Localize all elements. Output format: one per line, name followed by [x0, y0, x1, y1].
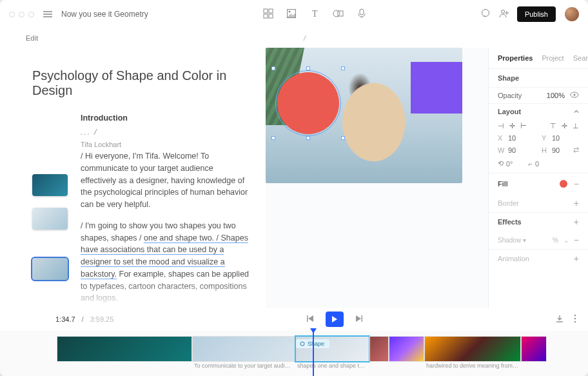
remove-shadow-icon[interactable]: − [574, 235, 579, 245]
clip-thumb-presenter-2-selected[interactable] [32, 258, 68, 280]
animation-row: Animation + [489, 249, 588, 268]
tab-properties[interactable]: Properties [498, 54, 533, 62]
w-field[interactable]: 90 [508, 146, 516, 154]
share-person-icon[interactable] [499, 9, 508, 20]
timeline-clip-7[interactable] [521, 336, 547, 362]
align-right-icon[interactable]: ⊢ [520, 122, 527, 130]
align-top-icon[interactable]: ⊤ [550, 122, 556, 130]
clip-thumb-pool[interactable] [32, 174, 68, 196]
hamburger-menu-icon[interactable] [43, 11, 52, 17]
timeline-clip-6[interactable]: hardwired to derive meaning from shapes,… [424, 336, 521, 362]
svg-point-25 [300, 342, 304, 346]
prev-marker-icon[interactable] [306, 315, 314, 324]
next-marker-icon[interactable] [355, 315, 363, 324]
page-title: Psychology of Shape and Color in Design [32, 68, 250, 98]
image-icon[interactable] [287, 9, 296, 20]
shape-icon[interactable] [333, 9, 344, 20]
transport-controls [306, 312, 363, 327]
align-bottom-icon[interactable]: ⊥ [573, 122, 579, 130]
rotation-field[interactable]: 0° [506, 160, 513, 168]
svg-rect-19 [307, 315, 308, 322]
align-left-icon[interactable]: ⊣ [498, 122, 504, 130]
edit-button[interactable]: Edit [26, 34, 38, 42]
svg-rect-12 [360, 9, 364, 15]
time-total: 3:59.25 [90, 315, 114, 323]
selection-handles[interactable] [273, 68, 343, 138]
document-title[interactable]: Now you see it Geometry [61, 10, 148, 19]
section-shape-title: Shape [498, 74, 519, 82]
paragraph-2[interactable]: / I'm going to show you two shapes you t… [81, 220, 250, 304]
mic-icon[interactable] [358, 9, 366, 20]
insert-toolbar: T [264, 9, 366, 20]
h-field[interactable]: 90 [552, 146, 560, 154]
timeline-clip-4[interactable] [369, 336, 389, 362]
align-center-icon[interactable]: ✛ [509, 122, 515, 130]
timeline[interactable]: To communicate to your target audience… … [0, 331, 588, 376]
traffic-close-icon[interactable] [9, 12, 15, 17]
opacity-label: Opacity [498, 92, 522, 99]
svg-point-13 [482, 9, 489, 16]
shadow-row: Shadow ▾ % ⌄ − [489, 231, 588, 249]
video-canvas[interactable] [266, 48, 462, 183]
window-traffic-lights [9, 12, 34, 17]
add-border-icon[interactable]: + [574, 198, 579, 208]
grid-icon[interactable] [264, 9, 273, 20]
script-pane[interactable]: Psychology of Shape and Color in Design … [0, 48, 266, 308]
timeline-clip-2[interactable]: To communicate to your target audience… [192, 336, 295, 362]
fill-color-swatch[interactable] [560, 180, 567, 188]
shadow-percent[interactable]: % [553, 237, 558, 244]
main: Psychology of Shape and Color in Design … [0, 48, 588, 308]
y-field[interactable]: 10 [552, 134, 560, 142]
text-icon[interactable]: T [310, 9, 319, 20]
chevron-up-icon [574, 108, 579, 115]
time-sep: / [82, 315, 84, 323]
traffic-min-icon[interactable] [19, 12, 24, 17]
effects-row: Effects + [489, 212, 588, 231]
playhead[interactable] [313, 331, 314, 376]
speaker-name: Tifa Lockhart [81, 141, 250, 148]
paragraph-1[interactable]: / Hi everyone, I'm Tifa. Welcome! To com… [81, 150, 250, 211]
x-field[interactable]: 10 [508, 134, 516, 142]
tab-search[interactable]: Search [573, 54, 588, 62]
timeline-clip-1[interactable] [57, 336, 192, 362]
clip-thumb-presenter-1[interactable] [32, 208, 68, 230]
clip-3-caption: shapes one and shape two… [296, 362, 369, 369]
opacity-value[interactable]: 100% [547, 92, 565, 99]
topbar-right: Publish [481, 6, 579, 22]
svg-rect-20 [362, 315, 363, 322]
user-avatar[interactable] [565, 7, 579, 21]
shadow-label: Shadow [498, 237, 521, 244]
player-bar: 1:34.7 / 3:59.25 [0, 308, 588, 331]
add-animation-icon[interactable]: + [574, 253, 579, 264]
remove-fill-icon[interactable]: − [574, 179, 579, 189]
more-icon[interactable] [574, 314, 576, 324]
position-size-grid: X10 Y10 W90 H90⇄ [489, 133, 588, 159]
traffic-max-icon[interactable] [28, 12, 34, 17]
visibility-eye-icon[interactable] [570, 92, 579, 99]
play-button[interactable] [326, 312, 344, 327]
clip-2-caption: To communicate to your target audience… [193, 362, 295, 369]
shadow-chevron-icon[interactable]: ▾ [523, 237, 526, 244]
layout-header[interactable]: Layout [489, 103, 588, 119]
svg-rect-11 [338, 11, 343, 16]
animation-label: Animation [498, 255, 529, 262]
fit-icon[interactable] [556, 315, 564, 324]
publish-button[interactable]: Publish [517, 6, 556, 22]
timeline-clip-5[interactable] [389, 336, 424, 362]
radius-field[interactable]: 0 [535, 160, 539, 168]
timeline-clip-3-selected[interactable]: Shape shapes one and shape two… [295, 336, 369, 362]
link-wh-icon[interactable]: ⇄ [573, 146, 579, 154]
player-right-controls [556, 314, 576, 324]
opacity-row: Opacity 100% [489, 88, 588, 103]
add-effect-icon[interactable]: + [574, 217, 579, 227]
svg-rect-5 [264, 14, 268, 18]
shadow-toggle-icon[interactable]: ⌄ [564, 237, 569, 244]
section-heading-intro: Introduction [81, 114, 250, 123]
svg-point-14 [501, 10, 504, 13]
rotation-radius-row: ⟲0° ⌐0 [489, 159, 588, 173]
purple-square-shape[interactable] [411, 62, 462, 114]
tab-project[interactable]: Project [542, 54, 564, 62]
align-middle-icon[interactable]: ✛ [562, 122, 567, 130]
stage-pane [266, 48, 488, 308]
comment-icon[interactable] [481, 9, 490, 20]
